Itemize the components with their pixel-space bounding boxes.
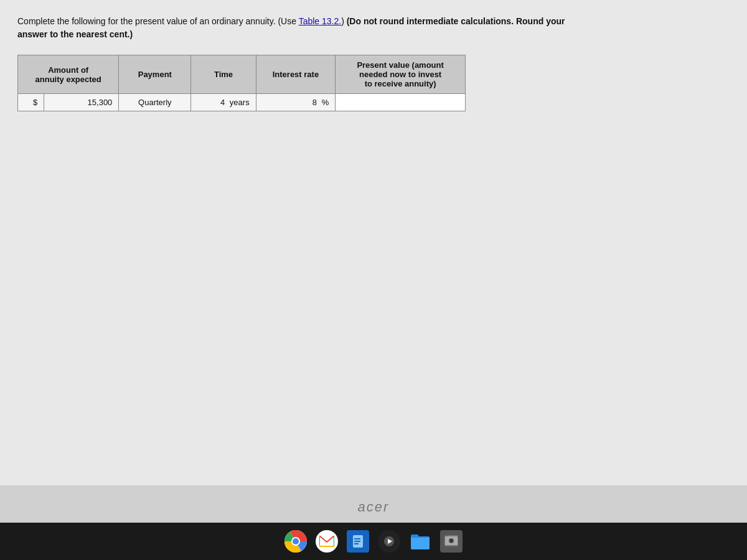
- interest-symbol: %: [322, 98, 329, 107]
- header-time: Time: [191, 55, 256, 94]
- time-value: 4: [220, 98, 225, 107]
- files-icon[interactable]: [347, 530, 369, 553]
- page-content: Complete the following for the present v…: [0, 0, 747, 485]
- interest-value: 8: [312, 98, 317, 107]
- chrome-icon[interactable]: [284, 530, 307, 553]
- present-value-input-cell[interactable]: [336, 94, 466, 111]
- svg-rect-15: [445, 535, 448, 536]
- svg-rect-6: [354, 538, 360, 539]
- instruction-part1: Complete the following for the present v…: [17, 16, 299, 26]
- header-amount-line2: annuity expected: [35, 75, 101, 84]
- payment-cell: Quarterly: [119, 94, 191, 111]
- screenshot-icon[interactable]: [440, 530, 463, 553]
- amount-cell: 15,300: [44, 94, 119, 111]
- header-present-value: Present value (amount needed now to inve…: [336, 55, 466, 94]
- header-pv-line1: Present value (amount: [357, 60, 443, 70]
- table-row: $ 15,300 Quarterly 4 years 8 %: [18, 94, 466, 111]
- header-amount: Amount of annuity expected: [18, 55, 119, 94]
- svg-point-2: [293, 538, 299, 544]
- table-link[interactable]: Table 13.2.: [299, 16, 342, 26]
- currency-symbol-cell: $: [18, 94, 44, 111]
- play-icon[interactable]: [378, 530, 400, 553]
- header-pv-line2: needed now to invest: [359, 70, 441, 79]
- acer-text: acer: [358, 499, 390, 515]
- annuity-table: Amount of annuity expected Payment Time …: [17, 55, 466, 111]
- svg-rect-4: [319, 546, 334, 547]
- instructions-text: Complete the following for the present v…: [17, 15, 578, 41]
- svg-rect-7: [354, 541, 360, 542]
- table-header-row: Amount of annuity expected Payment Time …: [18, 55, 466, 94]
- time-unit: years: [230, 98, 250, 107]
- instruction-part2: ): [341, 16, 347, 26]
- present-value-input[interactable]: [342, 98, 459, 107]
- folder-icon[interactable]: [409, 530, 431, 553]
- header-pv-line3: to receive annuity): [365, 79, 436, 88]
- time-cell: 4 years: [191, 94, 256, 111]
- svg-rect-8: [354, 543, 359, 544]
- header-payment: Payment: [119, 55, 191, 94]
- acer-logo: acer: [358, 499, 390, 515]
- interest-cell: 8 %: [256, 94, 336, 111]
- header-amount-line1: Amount of: [48, 65, 88, 75]
- header-interest: Interest rate: [256, 55, 336, 94]
- taskbar: [0, 523, 747, 560]
- gmail-icon[interactable]: [316, 530, 338, 553]
- svg-point-14: [450, 539, 453, 543]
